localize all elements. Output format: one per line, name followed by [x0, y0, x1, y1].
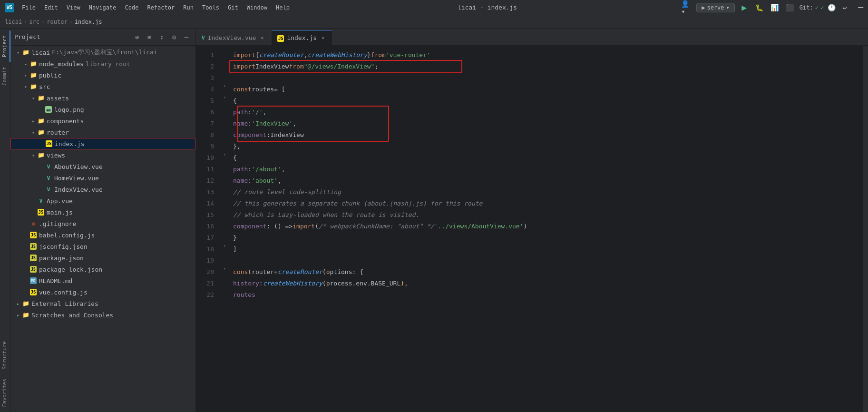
tree-item-ExternalLibraries[interactable]: ▸📁External Libraries — [10, 298, 195, 309]
breadcrumb-item-1[interactable]: src — [29, 19, 39, 25]
js-icon: JS — [29, 231, 37, 239]
gutter-item-18[interactable]: ▾ — [220, 240, 229, 251]
menu-item-help[interactable]: Help — [272, 3, 293, 12]
serve-button[interactable]: ▶ serve ▾ — [696, 3, 735, 12]
token-prop: path — [233, 107, 248, 118]
git-check-blue[interactable]: ✓ — [815, 4, 819, 11]
menu-item-navigate[interactable]: Navigate — [85, 3, 120, 12]
add-file-icon[interactable]: ⊕ — [132, 32, 142, 42]
gutter-item-17 — [220, 228, 229, 240]
editor-tab-indexjs[interactable]: JSindex.js✕ — [272, 30, 332, 45]
menu-item-window[interactable]: Window — [243, 3, 271, 12]
js-icon: JS — [29, 288, 37, 296]
tree-item-IndexViewvue[interactable]: VIndexView.vue — [10, 184, 195, 195]
sidebar-tab-project[interactable]: Project — [0, 30, 10, 62]
breadcrumb-sep: › — [24, 19, 27, 25]
breadcrumb-item-0[interactable]: licai — [5, 19, 22, 25]
tree-item-jsconfigjson[interactable]: JSjsconfig.json — [10, 241, 195, 252]
tab-close-icon[interactable]: ✕ — [259, 35, 265, 41]
tree-item-src[interactable]: ▾📁src — [10, 81, 195, 92]
line-number-16: 16 — [196, 221, 214, 232]
tab-close-icon[interactable]: ✕ — [320, 35, 326, 41]
tree-item-assets[interactable]: ▾📁assets — [10, 92, 195, 104]
menu-item-run[interactable]: Run — [179, 3, 197, 12]
tree-item-logopng[interactable]: 📷logo.png — [10, 104, 195, 115]
side-tabs: Project Commit Structure Favorites — [0, 29, 10, 412]
minimize-button[interactable]: ─ — [858, 2, 863, 12]
stop-button[interactable]: ⬛ — [784, 2, 796, 13]
tree-label: AboutView.vue — [54, 163, 103, 170]
menu-bar[interactable]: FileEditViewNavigateCodeRefactorRunTools… — [18, 3, 293, 12]
git-revert-icon[interactable]: ↩ — [839, 2, 850, 13]
token-comment: // this generates a separate chunk (abou… — [233, 198, 482, 209]
settings-icon[interactable]: ⚙ — [169, 32, 179, 42]
gutter-item-20[interactable]: ▾ — [220, 263, 229, 274]
tree-item-HomeViewvue[interactable]: VHomeView.vue — [10, 172, 195, 184]
line-number-12: 12 — [196, 175, 214, 186]
code-editor[interactable]: 12345678910111213141516171819202122 ▾▾▾▾… — [196, 46, 863, 412]
tree-item-gitignore[interactable]: ⚙.gitignore — [10, 218, 195, 229]
tree-item-public[interactable]: ▸📁public — [10, 69, 195, 81]
gutter-item-10[interactable]: ▾ — [220, 148, 229, 160]
token-punct: , — [304, 49, 308, 61]
gutter: ▾▾▾▾▾ — [220, 46, 229, 412]
tree-item-mainjs[interactable]: JSmain.js — [10, 206, 195, 218]
gutter-item-5[interactable]: ▾ — [220, 91, 229, 103]
menu-item-view[interactable]: View — [63, 3, 84, 12]
tree-item-babelconfigjs[interactable]: JSbabel.config.js — [10, 229, 195, 241]
debug-button[interactable]: 🐛 — [754, 2, 765, 13]
close-panel-icon[interactable]: ─ — [181, 32, 192, 42]
code-line-21: history: createWebHistory(process.env.BA… — [229, 278, 863, 289]
git-history-icon[interactable]: 🕐 — [826, 2, 837, 13]
token-comment: // route level code-splitting — [233, 186, 341, 198]
menu-item-git[interactable]: Git — [224, 3, 242, 12]
tree-item-packagelockjson[interactable]: JSpackage-lock.json — [10, 264, 195, 275]
git-check-green[interactable]: ✓ — [820, 4, 824, 11]
sidebar-tab-favorites[interactable]: Favorites — [0, 374, 10, 412]
tree-item-licai[interactable]: ▾📁licaiE:\java学习\盈利宝\front\licai — [10, 47, 195, 58]
json-icon: JS — [29, 243, 37, 250]
editor-tab-IndexViewvue[interactable]: VIndexView.vue✕ — [196, 30, 271, 45]
tree-item-indexjs[interactable]: JSindex.js — [10, 138, 195, 149]
token-from-kw: from — [289, 61, 303, 72]
tree-label: IndexView.vue — [54, 186, 103, 193]
tree-item-AboutViewvue[interactable]: VAboutView.vue — [10, 161, 195, 172]
right-scrollbar[interactable] — [863, 46, 868, 412]
code-line-9: }, — [229, 141, 863, 152]
line-numbers: 12345678910111213141516171819202122 — [196, 46, 220, 412]
sidebar-tab-commit[interactable]: Commit — [0, 62, 10, 90]
line-number-11: 11 — [196, 164, 214, 175]
token-comment: /* webpackChunkName: "about" */ — [319, 221, 434, 232]
tree-item-nodemodules[interactable]: ▸📁node_moduleslibrary root — [10, 58, 195, 69]
tree-subtitle: E:\java学习\盈利宝\front\licai — [52, 48, 157, 57]
menu-item-file[interactable]: File — [18, 3, 39, 12]
tree-item-components[interactable]: ▸📁components — [10, 115, 195, 127]
menu-item-tools[interactable]: Tools — [198, 3, 223, 12]
breadcrumb-item-3[interactable]: index.js — [75, 19, 102, 25]
sort-icon[interactable]: ↕ — [156, 32, 167, 42]
tree-item-vueconfigjs[interactable]: JSvue.config.js — [10, 286, 195, 298]
menu-item-code[interactable]: Code — [121, 3, 143, 12]
run-button[interactable]: ▶ — [739, 2, 750, 13]
tree-item-views[interactable]: ▾📁views — [10, 149, 195, 161]
menu-item-edit[interactable]: Edit — [40, 3, 62, 12]
folder-icon: 📁 — [37, 128, 45, 136]
tree-item-packagejson[interactable]: JSpackage.json — [10, 252, 195, 264]
vue-icon: V — [45, 163, 52, 170]
folder-icon: 📁 — [37, 151, 45, 159]
token-prop: component — [233, 129, 266, 141]
collapse-all-icon[interactable]: ≡ — [144, 32, 155, 42]
tree-label: components — [47, 118, 84, 125]
menu-item-refactor[interactable]: Refactor — [143, 3, 178, 12]
breadcrumb-item-2[interactable]: router — [47, 19, 67, 25]
sidebar-tab-structure[interactable]: Structure — [0, 336, 10, 374]
coverage-button[interactable]: 📊 — [769, 2, 780, 13]
tree-item-router[interactable]: ▾📁router — [10, 127, 195, 138]
user-icon[interactable]: 👤▾ — [681, 2, 692, 13]
tree-arrow: ▸ — [29, 117, 37, 125]
gutter-item-4[interactable]: ▾ — [220, 80, 229, 91]
tree-item-Appvue[interactable]: VApp.vue — [10, 195, 195, 206]
tree-label: src — [39, 83, 50, 90]
tree-item-READMEmd[interactable]: MDREADME.md — [10, 275, 195, 286]
tree-item-ScratchesandConsoles[interactable]: ▸📁Scratches and Consoles — [10, 309, 195, 321]
